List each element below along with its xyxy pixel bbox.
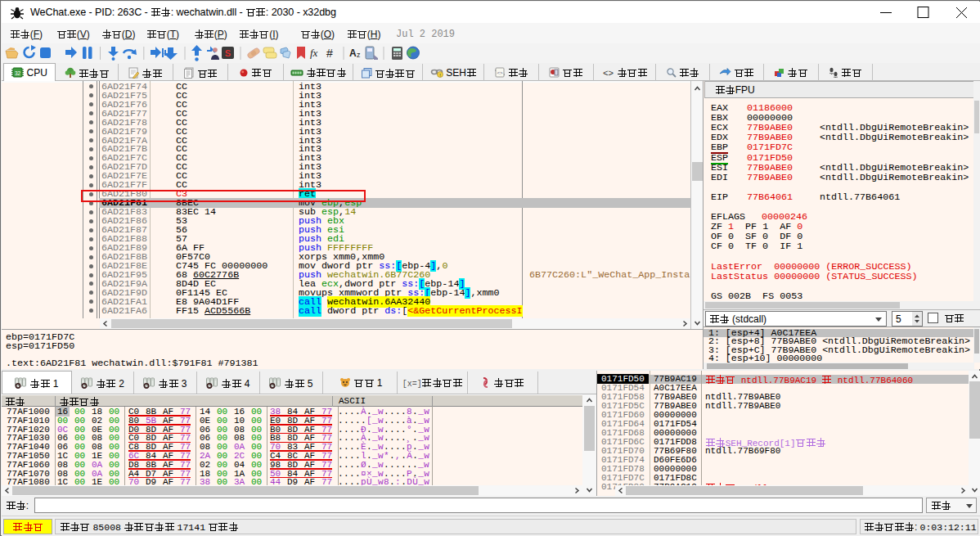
svg-text:32: 32 xyxy=(15,70,21,76)
svg-text:#: # xyxy=(326,47,333,60)
svg-text:S: S xyxy=(225,48,231,58)
svg-text:z: z xyxy=(357,51,361,59)
svg-text:A: A xyxy=(349,47,357,59)
svg-text:<>: <> xyxy=(497,70,503,76)
svg-text:fx: fx xyxy=(310,47,318,59)
svg-text:<>: <> xyxy=(603,69,614,78)
